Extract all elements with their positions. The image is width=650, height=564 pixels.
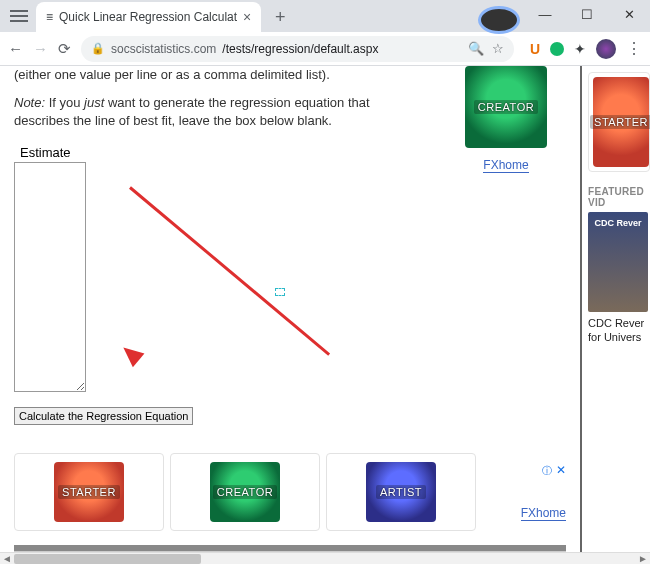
ad-card-creator[interactable]: CREATOR (170, 453, 320, 531)
window-controls: ― ☐ ✕ (478, 0, 650, 32)
account-indicator-icon[interactable] (478, 6, 520, 34)
extension-u-icon[interactable]: U (530, 41, 540, 57)
profile-avatar[interactable] (596, 39, 616, 59)
bottom-ad-row: STARTER CREATOR ARTIST ⓘ✕ FXhome (14, 453, 566, 531)
rail-ad-starter[interactable]: STARTER (588, 72, 650, 172)
intro-text-tail: (either one value per line or as a comma… (14, 66, 426, 84)
ad-creator-logo[interactable]: CREATOR (465, 66, 547, 148)
reload-button[interactable]: ⟳ (58, 40, 71, 58)
zoom-icon[interactable]: 🔍 (468, 41, 484, 56)
artifact-marker (275, 288, 285, 296)
back-button[interactable]: ← (8, 40, 23, 57)
featured-video-thumb[interactable]: CDC Rever (588, 212, 648, 312)
forward-button[interactable]: → (33, 40, 48, 57)
window-minimize-button[interactable]: ― (524, 0, 566, 28)
sidebar-ad-top: CREATOR FXhome (446, 66, 566, 425)
ad-info-icon[interactable]: ⓘ (542, 465, 552, 476)
new-tab-button[interactable]: + (267, 4, 293, 30)
right-rail: STARTER FEATURED VID CDC Rever CDC Rever… (582, 66, 650, 552)
extensions-area: U ✦ ⋮ (530, 39, 642, 59)
note-text: Note: If you just want to generate the r… (14, 94, 426, 130)
ad-card-starter[interactable]: STARTER (14, 453, 164, 531)
url-path: /tests/regression/default.aspx (222, 42, 378, 56)
browser-titlebar: ≡ Quick Linear Regression Calculat × + ―… (0, 0, 650, 32)
ad-link-fxhome-top[interactable]: FXhome (483, 158, 528, 173)
browser-menu-icon[interactable]: ⋮ (626, 39, 642, 58)
horizontal-scrollbar[interactable]: ◄ ► (0, 552, 650, 564)
note-prefix: Note: (14, 95, 45, 110)
main-content: (either one value per line or as a comma… (0, 66, 582, 552)
ad-link-fxhome-bottom[interactable]: FXhome (521, 506, 566, 521)
scroll-thumb[interactable] (14, 554, 201, 564)
estimate-textarea[interactable] (14, 162, 86, 392)
ad-card-artist[interactable]: ARTIST (326, 453, 476, 531)
page-viewport: (either one value per line or as a comma… (0, 66, 650, 552)
tab-title: Quick Linear Regression Calculat (59, 10, 237, 24)
browser-toolbar: ← → ⟳ 🔒 socscistatistics.com/tests/regre… (0, 32, 650, 66)
window-close-button[interactable]: ✕ (608, 0, 650, 28)
scroll-left-arrow[interactable]: ◄ (0, 553, 14, 564)
url-host: socscistatistics.com (111, 42, 216, 56)
tab-favicon: ≡ (46, 10, 53, 24)
app-menu-icon[interactable] (10, 10, 28, 22)
scroll-right-arrow[interactable]: ► (636, 553, 650, 564)
tab-close-icon[interactable]: × (243, 9, 251, 25)
estimate-label: Estimate (20, 145, 426, 160)
extension-grammarly-icon[interactable] (550, 42, 564, 56)
lock-icon: 🔒 (91, 42, 105, 55)
window-maximize-button[interactable]: ☐ (566, 0, 608, 28)
featured-heading: FEATURED VID (588, 186, 650, 208)
featured-video-caption: CDC Rever for Univers (588, 316, 650, 345)
address-bar[interactable]: 🔒 socscistatistics.com/tests/regression/… (81, 36, 514, 62)
calculate-regression-button[interactable]: Calculate the Regression Equation (14, 407, 193, 425)
browser-tab-active[interactable]: ≡ Quick Linear Regression Calculat × (36, 2, 261, 32)
bookmark-icon[interactable]: ☆ (492, 41, 504, 56)
extensions-menu-icon[interactable]: ✦ (574, 41, 586, 57)
ad-close-icon[interactable]: ✕ (556, 463, 566, 477)
ad-meta: ⓘ✕ FXhome (521, 463, 566, 521)
